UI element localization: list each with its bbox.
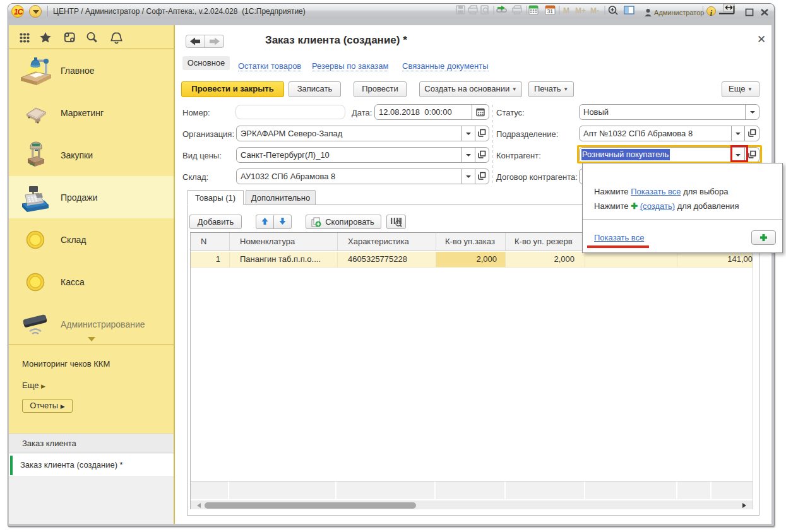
svg-text:M-: M-	[590, 6, 599, 15]
svg-text:M: M	[563, 6, 569, 15]
svg-text:31: 31	[547, 8, 554, 15]
svg-text:M+: M+	[575, 6, 586, 15]
